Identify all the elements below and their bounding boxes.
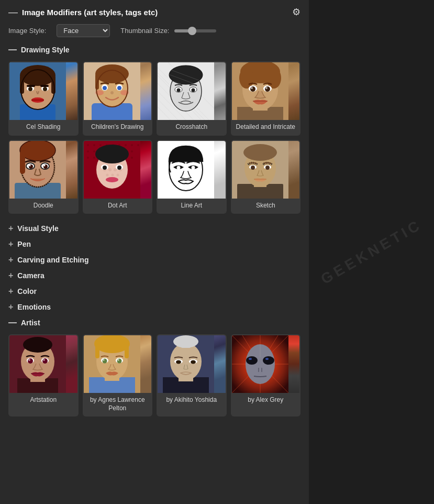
camera-title: Camera [17, 271, 44, 280]
drawing-style-collapse-icon: — [8, 46, 17, 54]
pen-title: Pen [17, 240, 31, 248]
svg-point-62 [265, 86, 270, 92]
svg-point-151 [102, 359, 107, 364]
color-icon: + [8, 287, 13, 295]
svg-point-163 [176, 360, 181, 364]
card-label-alex-grey: by Alex Grey [232, 393, 300, 408]
pen-header[interactable]: + Pen [8, 240, 301, 248]
svg-rect-161 [181, 339, 191, 348]
svg-point-87 [87, 150, 89, 152]
svg-rect-12 [27, 85, 35, 87]
card-label-crosshatch: Crosshatch [158, 120, 226, 135]
svg-point-178 [246, 356, 258, 365]
artist-section: — Artist [8, 319, 301, 417]
artist-header[interactable]: — Artist [8, 319, 301, 327]
svg-point-57 [266, 68, 281, 89]
svg-point-50 [192, 89, 195, 92]
card-akihito-yoshida[interactable]: by Akihito Yoshida [157, 334, 227, 417]
carving-etching-title: Carving and Etching [17, 256, 88, 264]
card-label-cel-shading: Cel Shading [9, 120, 77, 135]
watermark-panel: GEEKNETIC [309, 0, 434, 504]
drawing-style-header[interactable]: — Drawing Style [8, 46, 301, 54]
svg-point-181 [265, 358, 269, 360]
svg-point-59 [250, 86, 255, 92]
svg-rect-148 [95, 344, 99, 358]
emotions-title: Emotions [17, 303, 51, 311]
svg-point-111 [95, 145, 129, 163]
svg-point-119 [177, 166, 181, 169]
svg-rect-70 [20, 150, 25, 174]
svg-point-56 [239, 68, 254, 89]
card-agnes-lawrence[interactable]: by Agnes Lawrence Pelton [83, 334, 153, 417]
collapse-icon[interactable]: — [8, 7, 18, 18]
thumbnail-size-label: Thumbnail Size: [120, 27, 169, 35]
svg-point-141 [43, 359, 45, 361]
svg-point-108 [106, 173, 108, 176]
svg-point-60 [251, 87, 253, 89]
emotions-icon: + [8, 303, 13, 311]
svg-point-28 [117, 86, 121, 90]
svg-point-88 [93, 150, 95, 152]
card-label-artstation: Artstation [9, 393, 77, 408]
card-cel-shading[interactable]: Cel Shading [8, 61, 79, 136]
svg-point-125 [243, 144, 277, 161]
settings-icon[interactable]: ⚙ [292, 6, 301, 18]
svg-point-11 [43, 87, 47, 91]
card-crosshatch[interactable]: Crosshatch [157, 61, 227, 136]
card-label-dot-art: Dot Art [84, 199, 152, 213]
card-label-childrens-drawing: Children's Drawing [84, 120, 152, 135]
svg-point-73 [29, 165, 31, 166]
card-dot-art[interactable]: Dot Art [83, 140, 153, 214]
color-header[interactable]: + Color [8, 287, 301, 295]
svg-point-63 [265, 87, 268, 89]
svg-point-105 [108, 168, 112, 171]
svg-point-116 [106, 177, 118, 182]
visual-style-section: + Visual Style [8, 224, 301, 233]
header-left: — Image Modifiers (art styles, tags etc) [8, 7, 158, 18]
visual-style-header[interactable]: + Visual Style [8, 224, 301, 233]
svg-point-106 [114, 168, 117, 171]
camera-section: + Camera [8, 271, 301, 280]
watermark-text: GEEKNETIC [318, 216, 425, 288]
carving-etching-header[interactable]: + Carving and Etching [8, 256, 301, 264]
svg-point-85 [131, 144, 133, 146]
color-section: + Color [8, 287, 301, 295]
card-label-sketch: Sketch [232, 199, 300, 213]
svg-point-155 [117, 359, 119, 361]
card-label-line-art: Line Art [158, 199, 226, 213]
svg-point-129 [265, 166, 270, 170]
svg-point-127 [251, 166, 255, 170]
pen-section: + Pen [8, 240, 301, 248]
svg-point-84 [125, 144, 127, 146]
card-line-art[interactable]: Line Art [157, 140, 227, 214]
card-label-akihito-yoshida: by Akihito Yoshida [158, 393, 226, 408]
emotions-header[interactable]: + Emotions [8, 303, 301, 311]
card-detailed-intricate[interactable]: Detailed and Intricate [231, 61, 301, 136]
header-row: — Image Modifiers (art styles, tags etc)… [8, 6, 301, 18]
card-artstation[interactable]: Artstation [8, 334, 79, 417]
camera-icon: + [8, 271, 13, 280]
camera-header[interactable]: + Camera [8, 271, 301, 280]
svg-point-152 [103, 359, 104, 361]
svg-point-29 [110, 91, 114, 94]
card-doodle[interactable]: Doodle [8, 140, 79, 214]
svg-point-137 [28, 358, 33, 364]
card-label-doodle: Doodle [9, 199, 77, 213]
card-childrens-drawing[interactable]: Children's Drawing [83, 61, 153, 136]
card-label-detailed-intricate: Detailed and Intricate [232, 120, 300, 135]
card-label-agnes-lawrence: by Agnes Lawrence Pelton [84, 393, 152, 415]
svg-point-140 [42, 358, 48, 364]
artist-title: Artist [21, 319, 40, 327]
image-style-select[interactable]: Face Body Landscape Abstract [57, 24, 110, 37]
carving-etching-icon: + [8, 256, 13, 264]
svg-point-48 [177, 89, 181, 92]
thumbnail-size-slider[interactable] [174, 29, 216, 32]
emotions-section: + Emotions [8, 303, 301, 311]
svg-point-86 [137, 144, 139, 146]
svg-point-94 [131, 150, 133, 152]
card-sketch[interactable]: Sketch [231, 140, 301, 214]
svg-point-180 [249, 358, 252, 360]
artist-grid: Artstation [8, 334, 301, 417]
card-alex-grey[interactable]: by Alex Grey [231, 334, 301, 417]
pen-icon: + [8, 240, 13, 248]
